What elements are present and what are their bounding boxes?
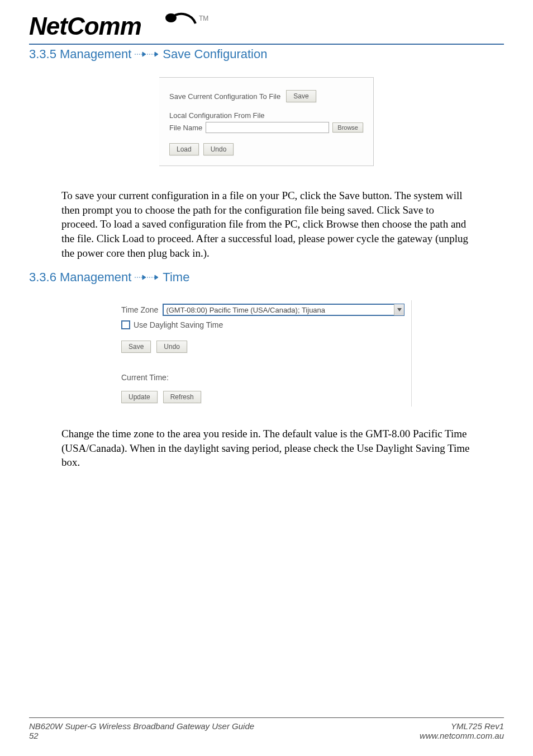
browse-button[interactable]: Browse — [332, 122, 363, 133]
section-heading-time: 3.3.6 Management Time — [29, 270, 504, 285]
svg-marker-9 — [155, 275, 158, 280]
footer-page-number: 52 — [29, 731, 254, 740]
section-title-left: Management — [60, 270, 131, 285]
section-title-right: Save Configuration — [163, 47, 267, 62]
undo-button[interactable]: Undo — [203, 143, 234, 155]
time-panel: Time Zone Use Daylight Saving Time Save … — [121, 300, 412, 407]
current-time-label: Current Time: — [121, 373, 169, 382]
load-button[interactable]: Load — [169, 143, 199, 155]
time-save-button[interactable]: Save — [121, 341, 151, 353]
daylight-saving-checkbox[interactable] — [121, 320, 130, 329]
breadcrumb-arrow-icon — [135, 273, 159, 281]
footer-url: www.netcomm.com.au — [420, 731, 504, 740]
svg-text:NetComm: NetComm — [29, 12, 141, 40]
footer-guide-title: NB620W Super-G Wireless Broadband Gatewa… — [29, 721, 254, 731]
time-paragraph: Change the time zone to the area you res… — [61, 427, 472, 470]
header-rule — [29, 44, 504, 45]
section-number: 3.3.6 — [29, 270, 56, 285]
section-title-right: Time — [163, 270, 189, 285]
svg-marker-5 — [155, 52, 158, 56]
page-footer: NB620W Super-G Wireless Broadband Gatewa… — [29, 717, 504, 740]
svg-marker-7 — [142, 275, 146, 280]
section-title-left: Management — [60, 47, 131, 62]
time-zone-label: Time Zone — [121, 305, 158, 314]
trademark-label: TM — [199, 15, 208, 22]
refresh-button[interactable]: Refresh — [163, 391, 201, 403]
brand-logo: NetComm TM — [29, 11, 504, 42]
save-config-paragraph: To save your current configuration in a … — [61, 188, 472, 260]
svg-marker-3 — [142, 52, 146, 56]
file-name-input[interactable] — [206, 122, 329, 133]
section-heading-save-config: 3.3.5 Management Save Configuration — [29, 47, 504, 62]
save-current-label: Save Current Configuration To File — [169, 92, 280, 101]
netcomm-logo: NetComm — [29, 11, 197, 42]
section-number: 3.3.5 — [29, 47, 56, 62]
daylight-saving-label: Use Daylight Saving Time — [134, 320, 223, 329]
save-button[interactable]: Save — [286, 90, 316, 102]
save-config-panel: Save Current Configuration To File Save … — [159, 77, 374, 166]
file-name-label: File Name — [169, 124, 202, 132]
footer-revision: YML725 Rev1 — [451, 721, 504, 731]
time-undo-button[interactable]: Undo — [156, 341, 187, 353]
time-zone-select[interactable] — [163, 304, 404, 316]
local-config-label: Local Configuration From File — [169, 111, 265, 120]
breadcrumb-arrow-icon — [135, 50, 159, 58]
update-button[interactable]: Update — [121, 391, 158, 403]
